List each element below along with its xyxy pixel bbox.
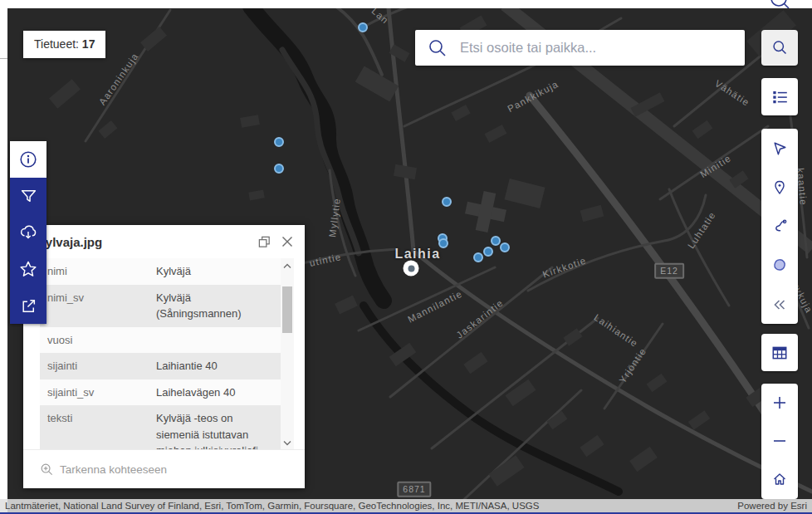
- feature-point[interactable]: [473, 252, 483, 262]
- dock-popup-button[interactable]: [257, 234, 271, 249]
- zoom-to-feature-link[interactable]: Tarkenna kohteeseen: [23, 449, 305, 488]
- draw-line-tool-button[interactable]: [761, 207, 798, 246]
- attribution-sources: Lantmäteriet, National Land Survey of Fi…: [5, 501, 539, 511]
- attr-row: sijaintiLaihiantie 40: [40, 353, 281, 379]
- feature-point[interactable]: [358, 22, 368, 32]
- attr-key: nimi: [40, 263, 156, 280]
- attr-value: Kylväjä -teos on siemeniä istuttavan mie…: [156, 410, 281, 450]
- legend-list-button[interactable]: [761, 78, 798, 115]
- zoom-out-button[interactable]: [761, 422, 798, 460]
- map-tools-panel: [761, 129, 798, 324]
- zoom-in-button[interactable]: [761, 384, 798, 422]
- road-shield: E12: [654, 263, 684, 279]
- map-attribution: Lantmäteriet, National Land Survey of Fi…: [0, 499, 812, 512]
- attribute-table-button[interactable]: [761, 334, 798, 371]
- collapse-toolbar-button[interactable]: [761, 285, 798, 324]
- scroll-up-icon[interactable]: [281, 260, 294, 272]
- cloud-download-icon: [19, 223, 37, 242]
- page-left-strip: [0, 8, 7, 158]
- popup-body: nimiKylväjänimi_svKylväjä (Såningsmannen…: [40, 258, 294, 450]
- attr-row: tekstiKylväjä -teos on siemeniä istuttav…: [40, 405, 281, 450]
- pin-tool-button[interactable]: [761, 168, 798, 207]
- attr-key: nimi_sv: [40, 290, 156, 322]
- share-export-icon: [20, 297, 37, 315]
- street-label: Minitie: [698, 153, 733, 179]
- feature-point[interactable]: [483, 247, 493, 257]
- street-label: Yrjöntie: [617, 346, 648, 385]
- download-button[interactable]: [10, 214, 46, 251]
- search-input[interactable]: [458, 39, 745, 56]
- filter-button[interactable]: [10, 178, 46, 214]
- search-icon: [771, 39, 789, 56]
- feature-point[interactable]: [274, 164, 284, 174]
- info-button[interactable]: [10, 141, 46, 178]
- attr-key: vuosi: [40, 332, 156, 349]
- scroll-down-icon[interactable]: [281, 437, 294, 448]
- search-toggle-button[interactable]: [761, 30, 798, 66]
- polygon-blob-icon: [770, 257, 789, 275]
- attr-value: [156, 332, 281, 349]
- street-label: Myllytie: [327, 197, 342, 237]
- favorites-button[interactable]: [10, 251, 46, 287]
- attr-key: sijainti: [40, 358, 156, 374]
- close-icon: [281, 235, 294, 248]
- search-icon: [428, 38, 448, 58]
- street-label: Lan: [370, 6, 391, 26]
- feature-point[interactable]: [438, 238, 448, 248]
- home-icon: [771, 471, 788, 487]
- squiggle-line-icon: [771, 218, 789, 235]
- home-extent-button[interactable]: [761, 460, 798, 498]
- attr-value: Laihelavägen 40: [156, 384, 281, 401]
- feature-popup: Kylvaja.jpg nimiKylväjänimi_svKylväjä: [23, 225, 305, 488]
- cursor-arrow-icon: [771, 140, 789, 157]
- attr-row: nimi_svKylväjä (Såningsmannen): [40, 285, 281, 327]
- attr-value: Kylväjä (Såningsmannen): [156, 290, 281, 322]
- attr-value: Laihiantie 40: [156, 358, 281, 374]
- close-popup-button[interactable]: [280, 234, 295, 249]
- feature-point[interactable]: [491, 236, 501, 246]
- app-window: { "colors":{"accent_navy":"#222f8e","ico…: [0, 0, 812, 514]
- popup-header: Kylvaja.jpg: [23, 225, 305, 258]
- page-top-strip: [0, 0, 812, 8]
- attr-value: Kylväjä: [156, 263, 281, 280]
- attr-row: vuosi: [40, 327, 281, 354]
- street-label: Laihiantie: [592, 312, 639, 349]
- street-label: Pankkikuja: [506, 79, 560, 114]
- minus-icon: [772, 433, 787, 448]
- street-label: Kirkkotie: [541, 255, 588, 279]
- feature-point[interactable]: [442, 197, 452, 207]
- dock-icon: [257, 235, 271, 249]
- filter-funnel-icon: [20, 188, 37, 205]
- info-icon: [19, 150, 37, 169]
- records-count: 17: [82, 37, 95, 51]
- attr-key: sijainti_sv: [40, 384, 156, 401]
- popup-scrollbar[interactable]: [281, 258, 294, 450]
- search-icon: [767, 0, 794, 8]
- plus-icon: [772, 395, 787, 410]
- star-icon: [19, 260, 37, 278]
- street-label: Mannilantie: [406, 288, 464, 324]
- city-label: Laihia: [394, 247, 440, 262]
- street-label: utintie: [309, 252, 343, 268]
- zoom-to-feature-label: Tarkenna kohteeseen: [60, 463, 167, 476]
- attr-row: nimiKylväjä: [40, 258, 281, 285]
- powered-by-esri: Powered by Esri: [737, 501, 807, 511]
- draw-polygon-tool-button[interactable]: [761, 246, 798, 285]
- attr-row: sijainti_svLaihelavägen 40: [40, 379, 281, 406]
- selected-feature-point[interactable]: [404, 261, 419, 277]
- attribute-table: nimiKylväjänimi_svKylväjä (Såningsmannen…: [40, 258, 281, 450]
- street-label: Aaroninkuja: [97, 51, 140, 106]
- select-tool-button[interactable]: [761, 129, 798, 168]
- attr-key: teksti: [40, 410, 156, 450]
- zoom-to-icon: [40, 463, 54, 477]
- table-icon: [770, 344, 789, 362]
- zoom-panel: [761, 384, 798, 499]
- road-shield: 6871: [397, 482, 431, 497]
- map-pin-icon: [771, 179, 788, 196]
- street-label: Vähätie: [713, 78, 751, 108]
- scrollbar-thumb[interactable]: [282, 286, 292, 333]
- share-button[interactable]: [10, 287, 46, 324]
- feature-point[interactable]: [500, 242, 510, 252]
- feature-point[interactable]: [274, 137, 284, 147]
- records-label: Tietueet:: [34, 37, 79, 51]
